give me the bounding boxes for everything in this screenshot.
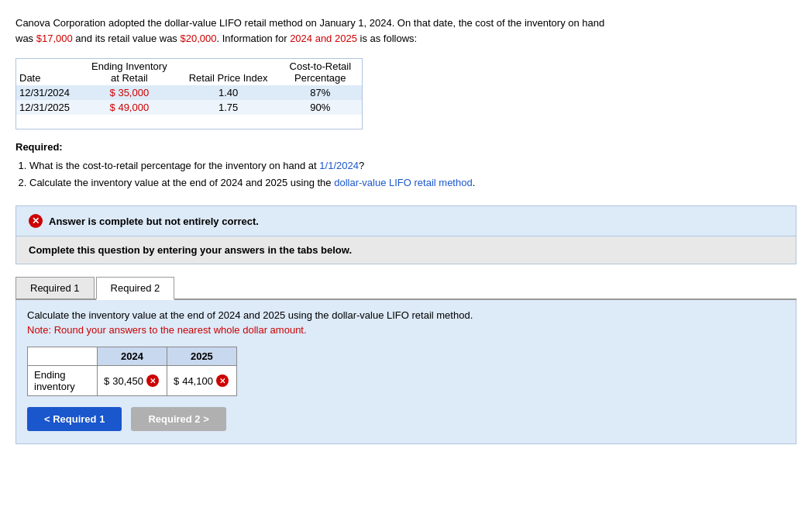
required-questions: What is the cost-to-retail percentage fo…	[15, 157, 797, 191]
next-button[interactable]: Required 2 >	[131, 407, 225, 431]
complete-banner-text: Complete this question by entering your …	[29, 244, 352, 256]
price-cell-1: 1.40	[178, 85, 279, 100]
answer-table-empty-header	[28, 347, 98, 366]
prev-button[interactable]: < Required 1	[27, 407, 122, 431]
retail-cell-2: $ 49,000	[81, 100, 178, 115]
row-label-line2: inventory	[34, 381, 75, 392]
row-label: Ending inventory	[28, 366, 98, 396]
date-link-1: 1/1/2024	[319, 160, 359, 171]
pct-cell-2: 90%	[279, 100, 362, 115]
intro-text-part2: was	[15, 33, 36, 44]
intro-text-part5: is as follows:	[357, 33, 417, 44]
cost-highlight: $17,000	[36, 33, 73, 44]
table-row: 12/31/2025 $ 49,000 1.75 90%	[16, 100, 362, 115]
wrong-icon-2024: ✕	[146, 374, 159, 387]
data-table: Ending Inventory Cost-to-Retail Date at …	[16, 59, 362, 115]
col-retail-header-line2: at Retail	[81, 72, 178, 85]
question-1: What is the cost-to-retail percentage fo…	[29, 157, 797, 174]
dollar-sign-2024: $	[104, 375, 109, 387]
required-label: Required:	[15, 141, 797, 153]
intro-text: Canova Corporation adopted the dollar-va…	[15, 16, 775, 46]
retail-cell-1: $ 35,000	[81, 85, 178, 100]
answer-cell-2025-empty: $44,100✕	[167, 366, 236, 396]
tab-required-2[interactable]: Required 2	[96, 277, 175, 300]
pct-cell-1: 87%	[279, 85, 362, 100]
col-ctr-header-line1: Cost-to-Retail	[279, 59, 362, 72]
answer-value-2025: 44,100	[182, 375, 213, 387]
answer-table: 2024 2025 Ending inventory $30,450✕ $44,…	[27, 347, 237, 396]
answer-banner-text: Answer is complete but not entirely corr…	[49, 216, 259, 227]
question-2: Calculate the inventory value at the end…	[29, 174, 797, 191]
answer-table-header-2025: 2025	[167, 347, 236, 366]
col-price-header: Retail Price Index	[178, 72, 279, 85]
method-link: dollar-value LIFO retail method	[334, 177, 472, 188]
tab-required-1[interactable]: Required 1	[15, 277, 95, 298]
answer-table-row: Ending inventory $30,450✕ $44,100✕	[28, 366, 237, 396]
tabs-container: Required 1 Required 2	[15, 277, 797, 300]
complete-banner: Complete this question by entering your …	[15, 236, 797, 264]
intro-text-part3: and its retail value was	[73, 33, 181, 44]
year-highlight: 2024 and 2025	[290, 33, 357, 44]
answer-value-2024: 30,450	[112, 375, 143, 387]
col-date-header: Date	[16, 72, 81, 85]
answer-banner: ✕ Answer is complete but not entirely co…	[15, 205, 797, 236]
col-date-header-empty	[16, 59, 81, 72]
col-ctr-header-line2: Percentage	[279, 72, 362, 85]
nav-buttons: < Required 1 Required 2 >	[27, 407, 785, 431]
x-icon: ✕	[29, 214, 43, 228]
col-price-header-empty	[178, 59, 279, 72]
answer-table-header-2024: 2024	[98, 347, 167, 366]
retail-highlight: $20,000	[180, 33, 216, 44]
data-table-wrapper: Ending Inventory Cost-to-Retail Date at …	[15, 58, 363, 129]
intro-text-part4: . Information for	[216, 33, 290, 44]
wrong-icon-2025: ✕	[216, 374, 229, 387]
tab-note: Note: Round your answers to the nearest …	[27, 324, 785, 336]
date-cell-2: 12/31/2025	[16, 100, 81, 115]
answer-cell-2024: $30,450✕	[98, 366, 167, 396]
table-row: 12/31/2024 $ 35,000 1.40 87%	[16, 85, 362, 100]
row-label-line1: Ending	[34, 369, 65, 381]
col-retail-header-line1: Ending Inventory	[81, 59, 178, 72]
tab-description: Calculate the inventory value at the end…	[27, 309, 785, 321]
dollar-sign-2025: $	[174, 375, 179, 387]
price-cell-2: 1.75	[178, 100, 279, 115]
intro-text-part1: Canova Corporation adopted the dollar-va…	[15, 17, 604, 29]
date-cell-1: 12/31/2024	[16, 85, 81, 100]
answer-section: 2024 2025 Ending inventory $30,450✕ $44,…	[27, 347, 785, 396]
tab-content-required-2: Calculate the inventory value at the end…	[15, 300, 797, 444]
